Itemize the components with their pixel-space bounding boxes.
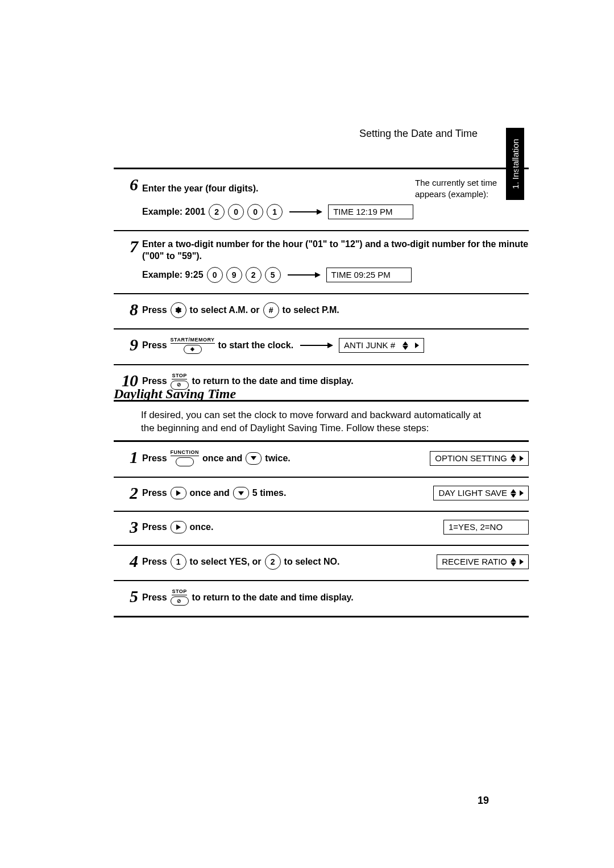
function-button[interactable]: FUNCTION bbox=[171, 450, 200, 466]
step-9: 9 Press START/MEMORY ◈ to start the cloc… bbox=[114, 328, 529, 364]
dst-step-5: 5 Press STOP ⊘ to return to the date and… bbox=[114, 580, 529, 617]
step-number: 2 bbox=[114, 485, 142, 502]
arrow-icon bbox=[300, 345, 332, 346]
lcd-display: TIME 12:19 PM bbox=[328, 205, 413, 219]
dst-step-4: 4 Press 1 to select YES, or 2 to select … bbox=[114, 545, 529, 580]
button-caption: START/MEMORY bbox=[171, 337, 215, 344]
nav-arrows-icon bbox=[511, 454, 516, 462]
lcd-display: RECEIVE RATIO bbox=[437, 554, 529, 569]
keypad-button[interactable]: 2 bbox=[246, 267, 262, 283]
step-number: 7 bbox=[114, 238, 142, 284]
example-label: Example: 9:25 bbox=[142, 270, 204, 280]
keypad-button[interactable]: 2 bbox=[209, 204, 225, 220]
step-number: 5 bbox=[114, 588, 142, 607]
step-number: 8 bbox=[114, 301, 142, 319]
press-label: Press bbox=[142, 592, 167, 603]
step-text: 5 times. bbox=[252, 488, 287, 498]
button-icon: ◈ bbox=[184, 345, 202, 354]
nav-right-icon bbox=[520, 559, 524, 565]
keypad-button[interactable]: 0 bbox=[247, 204, 263, 220]
step-number: 3 bbox=[114, 519, 142, 536]
steps-set-time: 6 Enter the year (four digits). The curr… bbox=[114, 168, 529, 402]
nav-arrows-icon bbox=[511, 489, 516, 498]
button-icon: ⊘ bbox=[171, 596, 189, 606]
dst-step-2: 2 Press once and 5 times. DAY LIGHT SAVE bbox=[114, 477, 529, 511]
keypad-button[interactable]: 2 bbox=[265, 554, 281, 570]
step-text: to select A.M. or bbox=[190, 305, 260, 315]
step-text: to select P.M. bbox=[283, 305, 339, 315]
press-label: Press bbox=[142, 522, 167, 532]
step-text: twice. bbox=[265, 453, 290, 464]
dst-step-3: 3 Press once. 1=YES, 2=NO bbox=[114, 511, 529, 545]
step-text: to select NO. bbox=[284, 557, 340, 567]
page-number: 19 bbox=[478, 795, 489, 807]
stop-button[interactable]: STOP ⊘ bbox=[171, 589, 189, 606]
step-text: to select YES, or bbox=[190, 557, 262, 567]
start-memory-button[interactable]: START/MEMORY ◈ bbox=[171, 337, 215, 354]
arrow-icon bbox=[289, 211, 321, 212]
dst-step-1: 1 Press FUNCTION once and twice. OPTION … bbox=[114, 440, 529, 477]
nav-arrows-icon bbox=[511, 558, 516, 566]
press-label: Press bbox=[142, 557, 167, 567]
press-label: Press bbox=[142, 340, 167, 350]
step-instruction: Enter a two-digit number for the hour ("… bbox=[142, 238, 529, 262]
lcd-display: DAY LIGHT SAVE bbox=[433, 486, 529, 500]
press-label: Press bbox=[142, 488, 167, 498]
step-text: once. bbox=[190, 522, 214, 532]
press-label: Press bbox=[142, 453, 167, 464]
button-caption: STOP bbox=[172, 589, 186, 595]
step-number: 1 bbox=[114, 449, 142, 468]
keypad-button[interactable]: 1 bbox=[171, 554, 186, 570]
keypad-button[interactable]: 5 bbox=[265, 267, 281, 283]
step-text: to start the clock. bbox=[218, 340, 293, 350]
step-number: 4 bbox=[114, 553, 142, 571]
step-number: 6 bbox=[114, 176, 142, 221]
section-heading: Daylight Saving Time bbox=[114, 386, 236, 402]
step-instruction: Enter the year (four digits). bbox=[142, 183, 258, 194]
step-number: 9 bbox=[114, 336, 142, 355]
nav-down-button[interactable] bbox=[246, 452, 262, 465]
lcd-text: ANTI JUNK # bbox=[344, 340, 395, 350]
keypad-button[interactable]: 0 bbox=[207, 267, 223, 283]
keypad-button[interactable]: 1 bbox=[267, 204, 283, 220]
step-note: The currently set time appears (example)… bbox=[415, 177, 529, 201]
step-8: 8 Press ✽ to select A.M. or # to select … bbox=[114, 293, 529, 328]
nav-right-icon bbox=[520, 490, 524, 496]
keypad-button[interactable]: 9 bbox=[226, 267, 242, 283]
lcd-display: TIME 09:25 PM bbox=[326, 268, 412, 282]
nav-right-button[interactable] bbox=[171, 487, 186, 499]
lcd-text: DAY LIGHT SAVE bbox=[438, 488, 507, 498]
lcd-display: ANTI JUNK # bbox=[339, 338, 424, 353]
keypad-button[interactable]: 0 bbox=[228, 204, 244, 220]
step-text: to return to the date and time display. bbox=[192, 376, 354, 386]
example-label: Example: 2001 bbox=[142, 207, 205, 217]
nav-arrows-icon bbox=[403, 341, 408, 350]
press-label: Press bbox=[142, 376, 167, 386]
step-7: 7 Enter a two-digit number for the hour … bbox=[114, 230, 529, 293]
lcd-text: RECEIVE RATIO bbox=[442, 557, 507, 567]
press-label: Press bbox=[142, 305, 167, 315]
section-paragraph: If desired, you can set the clock to mov… bbox=[141, 409, 489, 435]
button-caption: STOP bbox=[172, 373, 186, 379]
step-text: once and bbox=[190, 488, 230, 498]
step-text: to return to the date and time display. bbox=[192, 592, 354, 603]
step-text: once and bbox=[202, 453, 242, 464]
running-header: Setting the Date and Time bbox=[359, 128, 478, 140]
star-button[interactable]: ✽ bbox=[171, 302, 186, 318]
arrow-icon bbox=[288, 274, 320, 276]
nav-right-icon bbox=[415, 343, 419, 348]
button-caption: FUNCTION bbox=[171, 450, 200, 456]
lcd-text: OPTION SETTING bbox=[435, 453, 507, 464]
lcd-display: 1=YES, 2=NO bbox=[443, 520, 529, 535]
nav-right-button[interactable] bbox=[171, 521, 186, 533]
button-icon bbox=[176, 457, 194, 466]
step-6: 6 Enter the year (four digits). The curr… bbox=[114, 168, 529, 230]
hash-button[interactable]: # bbox=[263, 302, 279, 318]
nav-right-icon bbox=[520, 456, 524, 461]
nav-down-button[interactable] bbox=[233, 487, 249, 499]
steps-dst: 1 Press FUNCTION once and twice. OPTION … bbox=[114, 440, 529, 617]
lcd-display: OPTION SETTING bbox=[430, 451, 529, 466]
